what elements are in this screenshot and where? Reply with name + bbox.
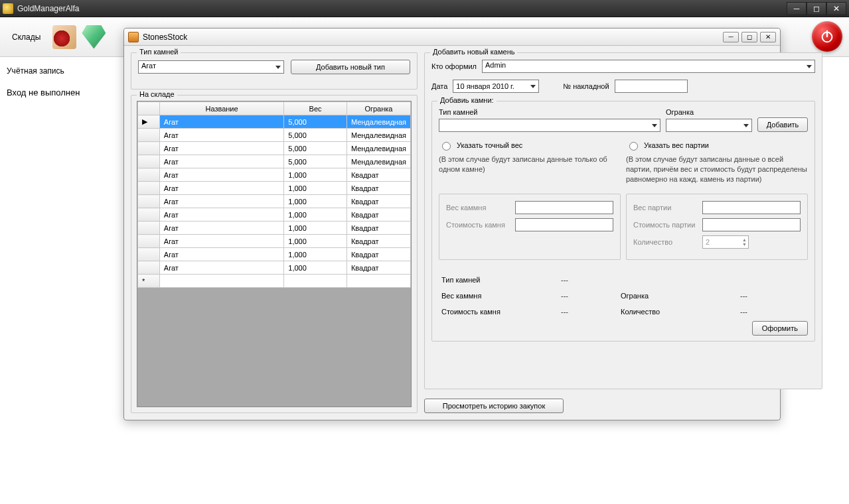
child-close-button[interactable]: ✕ bbox=[760, 32, 776, 42]
stone-type-combo[interactable]: Агат bbox=[138, 60, 284, 74]
table-row[interactable]: Агат1,000Квадрат bbox=[138, 168, 411, 182]
batch-cost-input[interactable] bbox=[702, 218, 801, 231]
cell-weight[interactable]: 1,000 bbox=[284, 235, 347, 248]
cell-weight[interactable]: 1,000 bbox=[284, 168, 347, 182]
cell-name[interactable]: Агат bbox=[159, 235, 283, 248]
row-header bbox=[138, 195, 160, 208]
table-row[interactable]: Агат1,000Квадрат bbox=[138, 195, 411, 208]
cell-weight[interactable]: 1,000 bbox=[284, 195, 347, 208]
table-row[interactable]: Агат5,000Мендалевидная bbox=[138, 142, 411, 155]
cell-name[interactable]: Агат bbox=[159, 142, 283, 155]
cell-cut[interactable]: Квадрат bbox=[347, 248, 410, 261]
radio-exact-weight[interactable] bbox=[442, 142, 451, 151]
cell-weight[interactable]: 1,000 bbox=[284, 182, 347, 195]
cell-name[interactable]: Агат bbox=[159, 261, 283, 275]
sum-qty-label: Количество bbox=[621, 308, 700, 316]
child-title-text: StonesStock bbox=[143, 32, 723, 42]
stone-weight-input[interactable] bbox=[515, 201, 613, 214]
sum-cut-value: --- bbox=[740, 292, 760, 300]
cell-name[interactable]: Агат bbox=[159, 195, 283, 208]
stone-cost-input[interactable] bbox=[515, 218, 613, 231]
cell-cut[interactable]: Квадрат bbox=[347, 235, 410, 248]
table-row[interactable]: Агат1,000Квадрат bbox=[138, 235, 411, 248]
cell-weight[interactable]: 1,000 bbox=[284, 261, 347, 275]
col-cut[interactable]: Огранка bbox=[347, 102, 410, 115]
cell-cut[interactable]: Мендалевидная bbox=[347, 115, 410, 129]
type-group-legend: Тип камней bbox=[137, 48, 181, 56]
stock-datagrid[interactable]: Название Вес Огранка ▶Агат5,000Мендалеви… bbox=[137, 101, 412, 407]
child-minimize-button[interactable]: ─ bbox=[723, 32, 739, 42]
cell-cut[interactable]: Квадрат bbox=[347, 195, 410, 208]
issuer-combo[interactable]: Admin bbox=[482, 60, 815, 73]
cell-name[interactable]: Агат bbox=[159, 182, 283, 195]
shoe-icon[interactable] bbox=[52, 25, 76, 49]
maximize-button[interactable]: ◻ bbox=[807, 2, 826, 15]
batch-weight-input[interactable] bbox=[702, 201, 801, 214]
cell-name[interactable]: Агат bbox=[159, 168, 283, 182]
table-row[interactable]: Агат5,000Мендалевидная bbox=[138, 129, 411, 142]
cell-cut[interactable]: Квадрат bbox=[347, 182, 410, 195]
table-row[interactable]: Агат1,000Квадрат bbox=[138, 182, 411, 195]
close-button[interactable]: ✕ bbox=[826, 2, 846, 15]
cell-name[interactable]: Агат bbox=[159, 208, 283, 221]
sidebar-account-label: Учётная запись bbox=[7, 66, 112, 76]
submit-button[interactable]: Оформить bbox=[752, 321, 808, 336]
cell-cut[interactable]: Квадрат bbox=[347, 168, 410, 182]
table-row[interactable]: Агат1,000Квадрат bbox=[138, 208, 411, 221]
hint-batch: (В этом случае будут записаны данные о в… bbox=[626, 155, 808, 184]
add-cut-label: Огранка bbox=[666, 108, 752, 116]
cell-weight[interactable]: 1,000 bbox=[284, 221, 347, 235]
minimize-button[interactable]: ─ bbox=[787, 2, 807, 15]
app-title: GoldManagerAlfa bbox=[17, 4, 787, 13]
cell-weight[interactable]: 5,000 bbox=[284, 115, 347, 129]
cell-name[interactable]: Агат bbox=[159, 115, 283, 129]
cell-weight[interactable]: 5,000 bbox=[284, 155, 347, 168]
add-type-button[interactable]: Добавить новый тип bbox=[291, 60, 410, 74]
row-header bbox=[138, 221, 160, 235]
cell-name[interactable]: Агат bbox=[159, 248, 283, 261]
sidebar-login-status: Вход не выполнен bbox=[7, 88, 112, 97]
qty-spinner[interactable]: 2 ▲▼ bbox=[702, 235, 749, 249]
power-button[interactable] bbox=[812, 21, 842, 52]
table-row[interactable]: ▶Агат5,000Мендалевидная bbox=[138, 115, 411, 129]
table-new-row[interactable]: * bbox=[138, 275, 411, 288]
cell-name[interactable]: Агат bbox=[159, 221, 283, 235]
col-weight[interactable]: Вес bbox=[284, 102, 347, 115]
cell-weight[interactable]: 1,000 bbox=[284, 208, 347, 221]
cell-cut[interactable]: Мендалевидная bbox=[347, 129, 410, 142]
date-value: 10 января 2010 г. bbox=[456, 82, 514, 90]
invoice-input[interactable] bbox=[615, 80, 688, 93]
date-label: Дата bbox=[431, 82, 447, 90]
tab-stocks[interactable]: Склады bbox=[5, 30, 47, 44]
sum-cut-label: Огранка bbox=[621, 292, 700, 300]
add-type-label: Тип камней bbox=[439, 108, 660, 116]
history-button[interactable]: Просмотреть историю закупок bbox=[424, 399, 564, 413]
cell-name[interactable]: Агат bbox=[159, 155, 283, 168]
child-window-stonesstock: StonesStock ─ ◻ ✕ Тип камней Агат bbox=[123, 28, 781, 420]
radio-batch-weight[interactable] bbox=[629, 142, 638, 151]
sum-weight-label: Вес каммня bbox=[441, 292, 521, 300]
cell-cut[interactable]: Мендалевидная bbox=[347, 142, 410, 155]
cell-cut[interactable]: Мендалевидная bbox=[347, 155, 410, 168]
add-cut-combo[interactable] bbox=[666, 119, 752, 132]
cell-cut[interactable]: Квадрат bbox=[347, 261, 410, 275]
col-name[interactable]: Название bbox=[159, 102, 283, 115]
cell-weight[interactable]: 5,000 bbox=[284, 129, 347, 142]
cell-cut[interactable]: Квадрат bbox=[347, 208, 410, 221]
cell-weight[interactable]: 1,000 bbox=[284, 248, 347, 261]
table-row[interactable]: Агат1,000Квадрат bbox=[138, 248, 411, 261]
add-stone-button[interactable]: Добавить bbox=[757, 117, 808, 132]
cell-cut[interactable]: Квадрат bbox=[347, 221, 410, 235]
child-titlebar[interactable]: StonesStock ─ ◻ ✕ bbox=[124, 29, 780, 46]
child-maximize-button[interactable]: ◻ bbox=[741, 32, 757, 42]
table-row[interactable]: Агат1,000Квадрат bbox=[138, 261, 411, 275]
add-type-combo[interactable] bbox=[439, 119, 660, 132]
cell-weight[interactable]: 5,000 bbox=[284, 142, 347, 155]
cell-name[interactable]: Агат bbox=[159, 129, 283, 142]
date-picker[interactable]: 10 января 2010 г. bbox=[453, 80, 539, 93]
row-header bbox=[138, 248, 160, 261]
app-icon bbox=[3, 3, 13, 14]
table-row[interactable]: Агат1,000Квадрат bbox=[138, 221, 411, 235]
gem-icon[interactable] bbox=[82, 25, 106, 49]
table-row[interactable]: Агат5,000Мендалевидная bbox=[138, 155, 411, 168]
